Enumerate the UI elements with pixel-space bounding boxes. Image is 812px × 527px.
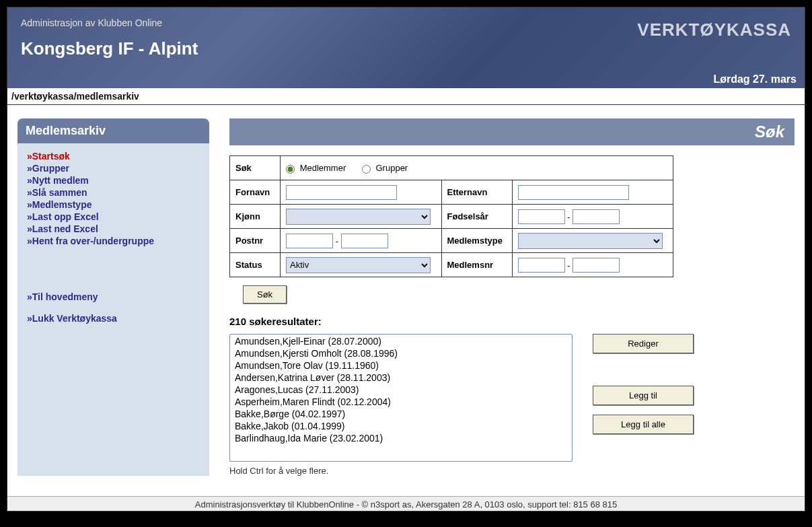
range-sep-2: - bbox=[336, 236, 338, 246]
range-sep-3: - bbox=[567, 260, 570, 270]
nav-sla-sammen[interactable]: »Slå sammen bbox=[27, 187, 87, 198]
kjonn-select[interactable] bbox=[286, 209, 431, 225]
nav-lukk-verktoykassa[interactable]: »Lukk Verktøykassa bbox=[27, 313, 117, 324]
radio-medlemmer[interactable]: Medlemmer bbox=[286, 163, 348, 173]
banner: Administrasjon av Klubben Online Kongsbe… bbox=[7, 7, 805, 88]
list-item[interactable]: Bakke,Børge (04.02.1997) bbox=[231, 408, 571, 420]
medlemsnr-from-input[interactable] bbox=[518, 258, 565, 273]
postnr-from-input[interactable] bbox=[286, 234, 333, 248]
legg-til-button[interactable]: Legg til bbox=[593, 386, 694, 405]
status-select[interactable]: Aktiv bbox=[286, 257, 431, 273]
list-item[interactable]: Amundsen,Kjersti Omholt (28.08.1996) bbox=[231, 347, 571, 359]
label-medlemsnr: Medlemsnr bbox=[441, 253, 512, 277]
list-item[interactable]: Barlindhaug,Ida Marie (23.02.2001) bbox=[231, 432, 571, 444]
nav-nytt-medlem[interactable]: »Nytt medlem bbox=[27, 175, 89, 186]
legg-til-alle-button[interactable]: Legg til alle bbox=[593, 415, 694, 434]
fornavn-input[interactable] bbox=[286, 185, 397, 200]
breadcrumb: /verktøykassa/medlemsarkiv bbox=[7, 88, 805, 105]
label-postnr: Postnr bbox=[230, 229, 281, 253]
rediger-button[interactable]: Rediger bbox=[593, 334, 694, 353]
radio-grupper-input[interactable] bbox=[362, 165, 371, 174]
club-title: Kongsberg IF - Alpint bbox=[21, 38, 791, 59]
label-fodselsar: Fødselsår bbox=[441, 205, 512, 229]
sidebar-title: Medlemsarkiv bbox=[17, 118, 209, 143]
sok-button[interactable]: Søk bbox=[243, 285, 287, 304]
list-item[interactable]: Asperheim,Maren Flindt (02.12.2004) bbox=[231, 396, 571, 408]
footer: Administrasjonsverktøy til KlubbenOnline… bbox=[7, 496, 805, 511]
label-kjonn: Kjønn bbox=[230, 205, 281, 229]
fodselsar-to-input[interactable] bbox=[573, 209, 620, 224]
results-count: 210 søkeresultater: bbox=[229, 316, 795, 327]
list-item[interactable]: Amundsen,Tore Olav (19.11.1960) bbox=[231, 359, 571, 372]
nav-medlemstype[interactable]: »Medlemstype bbox=[27, 199, 91, 210]
fodselsar-from-input[interactable] bbox=[518, 209, 565, 224]
logo-text: VERKTØYKASSA bbox=[637, 20, 791, 40]
radio-grupper[interactable]: Grupper bbox=[362, 163, 408, 173]
panel-title: Søk bbox=[229, 118, 795, 145]
label-status: Status bbox=[230, 253, 281, 277]
label-fornavn: Fornavn bbox=[230, 180, 281, 205]
multiselect-hint: Hold Ctrl for å velge flere. bbox=[229, 466, 795, 476]
nav-last-ned-excel[interactable]: »Last ned Excel bbox=[27, 223, 98, 234]
etternavn-input[interactable] bbox=[518, 185, 629, 200]
results-list[interactable]: Amundsen,Kjell-Einar (28.07.2000)Amundse… bbox=[229, 334, 573, 462]
medlemsnr-to-input[interactable] bbox=[573, 258, 620, 273]
list-item[interactable]: Andersen,Katrina Løver (28.11.2003) bbox=[231, 372, 571, 384]
list-item[interactable]: Bakke,Jakob (01.04.1999) bbox=[231, 420, 571, 432]
search-form-table: Søk Medlemmer Grupper Fornavn bbox=[229, 155, 673, 277]
label-etternavn: Etternavn bbox=[441, 180, 512, 205]
label-sok: Søk bbox=[230, 156, 281, 180]
nav-grupper[interactable]: »Grupper bbox=[27, 163, 69, 174]
sidebar: Medlemsarkiv »Startsøk»Grupper»Nytt medl… bbox=[17, 118, 209, 476]
date-line: Lørdag 27. mars bbox=[713, 73, 797, 85]
postnr-to-input[interactable] bbox=[341, 234, 388, 248]
nav-last-opp-excel[interactable]: »Last opp Excel bbox=[27, 211, 99, 222]
nav-til-hovedmeny[interactable]: »Til hovedmeny bbox=[27, 291, 98, 302]
nav-startsok[interactable]: »Startsøk bbox=[27, 151, 70, 162]
list-item[interactable]: Aragones,Lucas (27.11.2003) bbox=[231, 384, 571, 396]
medlemstype-select[interactable] bbox=[518, 233, 663, 249]
list-item[interactable]: Amundsen,Kjell-Einar (28.07.2000) bbox=[231, 335, 571, 347]
range-sep: - bbox=[567, 211, 570, 221]
label-medlemstype: Medlemstype bbox=[441, 229, 512, 253]
radio-grupper-label: Grupper bbox=[376, 163, 408, 173]
radio-medlemmer-input[interactable] bbox=[286, 165, 295, 174]
nav-hent-fra-gruppe[interactable]: »Hent fra over-/undergruppe bbox=[27, 236, 154, 246]
radio-medlemmer-label: Medlemmer bbox=[300, 163, 346, 173]
